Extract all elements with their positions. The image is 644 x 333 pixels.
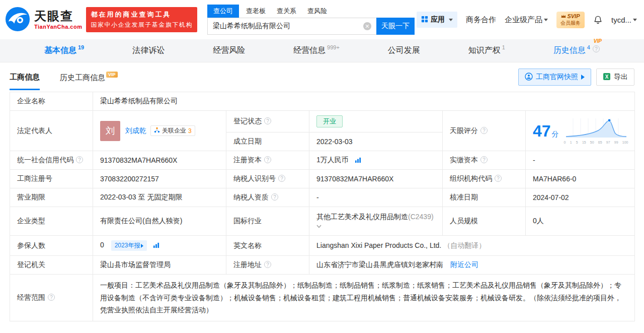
value-approval-date: 2024-07-02	[526, 188, 635, 207]
help-icon[interactable]	[593, 45, 600, 52]
help-icon[interactable]	[480, 127, 488, 134]
crown-icon	[561, 13, 566, 19]
table-row: 登记机关 梁山县市场监督管理局 注册地址 山东省济宁市梁山县黑虎庙镇刘老家村南 …	[10, 256, 635, 275]
score-number: 47分	[533, 123, 559, 139]
value-company-type: 有限责任公司(自然人独资)	[93, 207, 226, 236]
help-icon[interactable]	[278, 175, 285, 182]
svg-text:X: X	[605, 74, 609, 80]
tab-operational-risk[interactable]: 经营风险	[213, 45, 245, 56]
tab-intellectual-property[interactable]: 知识产权 1	[468, 45, 505, 56]
related-companies-badge[interactable]: 关联企业 3	[150, 125, 195, 136]
tab-label: 知识产权	[468, 45, 501, 56]
value-paid-in-capital: -	[526, 151, 635, 170]
table-row: 工商注册号 370832200272157 纳税人识别号 91370832MA7…	[10, 170, 635, 188]
label-taxpayer-quality: 纳税人资质	[226, 188, 309, 207]
label-registration-number: 工商注册号	[10, 170, 93, 188]
tab-label: 历史信息	[553, 45, 586, 56]
svip-label: SVIP	[567, 13, 580, 19]
chevron-down-icon	[544, 19, 548, 21]
search-tab-company[interactable]: 查公司	[207, 5, 239, 18]
enterprise-product-menu[interactable]: 企业级产品	[505, 15, 548, 25]
value-business-term: 2022-03-03 至 无固定期限	[93, 188, 226, 207]
svip-sublabel: 会员服务	[560, 20, 581, 27]
company-nav-tabs: 基本信息 19 法律诉讼 经营风险 经营信息 999+ 公司发展 知识产权 1 …	[0, 39, 644, 62]
tab-company-development[interactable]: 公司发展	[388, 45, 420, 56]
chevron-down-icon[interactable]	[316, 222, 321, 230]
auto-translate-note: （自动翻译）	[443, 241, 486, 249]
label-business-term: 营业期限	[10, 188, 93, 207]
avatar[interactable]: 刘	[100, 121, 120, 141]
enterprise-product-label: 企业级产品	[505, 15, 542, 25]
apps-menu[interactable]: 应用	[417, 12, 457, 28]
subtab-business-registration[interactable]: 工商信息	[10, 73, 40, 82]
logo-text-cn: 天眼查	[34, 10, 82, 22]
label-company-name: 企业名称	[10, 92, 93, 111]
search-tab-relation[interactable]: 查关系	[277, 5, 296, 18]
tab-count: 4	[587, 44, 590, 50]
official-snapshot-button[interactable]: 工商官网快照	[518, 69, 591, 86]
tab-history-info[interactable]: VIP 历史信息 4	[553, 45, 600, 56]
notification-bell-icon[interactable]	[593, 15, 603, 25]
label-registration-status: 登记状态	[226, 111, 309, 132]
tab-label: 基本信息	[44, 45, 76, 56]
search-tab-risk[interactable]: 查风险	[307, 5, 327, 18]
tab-label: 经营信息	[293, 45, 326, 56]
table-row: 企业名称 梁山希希纸制品有限公司	[10, 92, 635, 111]
user-account-menu[interactable]: tycd...	[611, 16, 637, 24]
change-record-icon[interactable]	[355, 157, 361, 165]
help-icon[interactable]	[264, 117, 271, 124]
value-establishment-date: 2022-03-03	[309, 132, 443, 151]
tab-business-info[interactable]: 经营信息 999+	[293, 45, 340, 56]
tab-count: 999+	[327, 44, 340, 50]
tab-basic-info[interactable]: 基本信息 19	[44, 45, 84, 56]
label-taxpayer-id: 纳税人识别号	[226, 170, 309, 188]
status-badge: 开业	[316, 115, 343, 127]
promo-line1: 都在用的商业查询工具	[91, 10, 193, 19]
label-company-type: 企业类型	[10, 207, 93, 236]
username: tycd...	[611, 16, 631, 24]
search-tab-boss[interactable]: 查老板	[246, 5, 266, 18]
label-staff-size: 人员规模	[443, 207, 526, 236]
help-icon[interactable]	[264, 156, 271, 163]
value-registration-authority: 梁山县市场监督管理局	[93, 256, 226, 275]
search-button[interactable]: 天眼一下	[376, 18, 415, 35]
value-english-name: Liangshan Xixi Paper Products Co., Ltd. …	[309, 236, 635, 256]
tab-legal-litigation[interactable]: 法律诉讼	[132, 45, 165, 56]
legal-representative-link[interactable]: 刘成乾	[125, 126, 146, 136]
business-cooperation-link[interactable]: 商务合作	[466, 15, 496, 25]
tianyancha-logo[interactable]: 天眼查 TianYanCha.com	[5, 7, 82, 33]
annual-report-link[interactable]: 2023年报	[111, 240, 147, 251]
help-icon[interactable]	[271, 193, 278, 201]
svip-membership-badge[interactable]: SVIP 会员服务	[556, 12, 585, 28]
value-staff-size: 0人	[526, 207, 635, 236]
label-establishment-date: 成立日期	[226, 132, 309, 151]
arrow-right-icon	[141, 244, 143, 248]
label-credit-code: 统一社会信用代码	[10, 151, 93, 170]
nearby-companies-link[interactable]: 附近公司	[450, 260, 478, 269]
tab-label: 公司发展	[388, 45, 420, 56]
export-button[interactable]: X 导出	[596, 69, 634, 86]
value-tianyan-score[interactable]: 47分 0151550659799100	[526, 111, 635, 151]
label-tianyan-score: 天眼评分	[443, 111, 526, 151]
change-record-icon[interactable]	[153, 242, 159, 250]
help-icon[interactable]	[264, 261, 271, 268]
search-input[interactable]	[207, 18, 376, 35]
help-icon[interactable]	[495, 175, 502, 182]
help-icon[interactable]	[48, 294, 55, 301]
tianyancha-logo-icon	[5, 7, 30, 33]
apps-label: 应用	[431, 15, 445, 24]
help-icon[interactable]	[480, 156, 488, 163]
excel-icon: X	[603, 73, 611, 82]
subtab-history-business-registration[interactable]: 历史工商信息VIP	[60, 72, 118, 83]
value-legal-representative: 刘 刘成乾 关联企业 3	[93, 111, 226, 151]
value-company-name: 梁山希希纸制品有限公司	[93, 92, 635, 111]
table-row: 法定代表人 刘 刘成乾 关联企业 3 登记状态 开业 天眼评分 47分	[10, 111, 635, 132]
clear-search-icon[interactable]: ✕	[363, 22, 371, 30]
label-industry: 国标行业	[226, 207, 309, 236]
label-approval-date: 核准日期	[443, 188, 526, 207]
label-paid-in-capital: 实缴资本	[443, 151, 526, 170]
related-label: 关联企业	[162, 126, 186, 135]
export-label: 导出	[614, 73, 628, 82]
value-taxpayer-id: 91370832MA7HAR660X	[309, 170, 443, 188]
help-icon[interactable]	[76, 156, 83, 163]
